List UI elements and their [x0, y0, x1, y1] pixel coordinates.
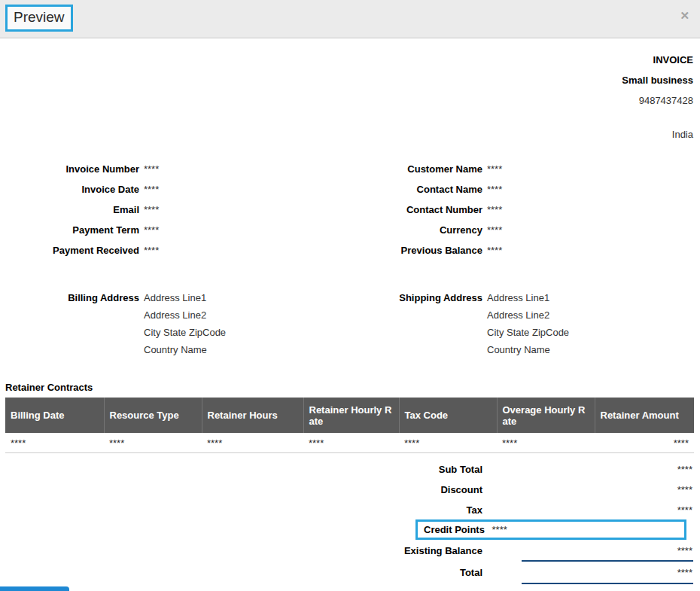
field-label: Payment Term [0, 224, 139, 236]
total-top-rule [522, 560, 693, 562]
invoice-fields: Invoice Number **** Invoice Date **** Em… [0, 159, 700, 260]
shipping-address-block: Shipping Address Address Line1 Address L… [350, 289, 700, 358]
field-value: **** [144, 224, 159, 236]
address-line: Address Line1 [487, 289, 569, 306]
preview-modal-title[interactable]: Preview [5, 5, 73, 32]
table-row: **** **** **** **** **** **** **** [5, 433, 694, 453]
column-header: Resource Type [104, 398, 202, 433]
field-label: Currency [350, 224, 482, 236]
cell-retainer-hours: **** [202, 433, 303, 453]
field-invoice-number: Invoice Number **** [0, 159, 350, 179]
print-button-partial[interactable] [0, 586, 69, 591]
address-line: Address Line2 [144, 306, 226, 324]
address-line: Country Name [487, 341, 569, 358]
summary-label: Tax [467, 500, 482, 520]
field-value: **** [487, 245, 502, 256]
field-currency: Currency **** [350, 220, 700, 240]
field-email: Email **** [0, 200, 350, 220]
summary-label: Sub Total [439, 459, 482, 480]
summary-label: Discount [440, 480, 482, 500]
field-value: **** [487, 184, 502, 195]
invoice-doc-type: INVOICE [622, 50, 693, 70]
field-value: **** [144, 245, 159, 256]
close-icon[interactable]: ✕ [680, 10, 689, 21]
fields-left-column: Invoice Number **** Invoice Date **** Em… [0, 159, 350, 260]
cell-retainer-amount: **** [595, 433, 694, 453]
field-payment-term: Payment Term **** [0, 220, 350, 240]
summary-row-tax: Tax **** [0, 500, 700, 520]
summary-label: Existing Balance [404, 541, 482, 561]
field-label: Contact Name [350, 184, 482, 195]
field-value: **** [487, 163, 502, 175]
column-header: Billing Date [5, 398, 104, 433]
field-label: Previous Balance [350, 245, 482, 256]
billing-address-label: Billing Address [0, 289, 139, 358]
addresses-section: Billing Address Address Line1 Address Li… [0, 289, 700, 358]
field-label: Invoice Date [0, 184, 139, 195]
field-label: Contact Number [350, 204, 482, 215]
summary-row-total: Total **** [0, 562, 700, 583]
column-header: Retainer Amount [595, 398, 694, 433]
credit-points-field[interactable]: Credit Points **** [415, 519, 686, 540]
summary-label: Total [460, 562, 482, 583]
address-line: Address Line2 [487, 306, 569, 324]
business-phone: 9487437428 [622, 90, 693, 111]
billing-address-block: Billing Address Address Line1 Address Li… [0, 289, 350, 358]
column-header: Retainer Hourly Rate [303, 398, 399, 433]
retainer-contracts-title: Retainer Contracts [5, 382, 93, 393]
summary-row-sub-total: Sub Total **** [0, 459, 700, 480]
modal-header: Preview ✕ [0, 0, 700, 38]
field-customer-name: Customer Name **** [350, 159, 700, 179]
shipping-address-label: Shipping Address [350, 289, 482, 358]
summary-value: **** [677, 541, 692, 561]
field-contact-number: Contact Number **** [350, 200, 700, 220]
credit-points-value: **** [492, 524, 507, 535]
address-line: Address Line1 [144, 289, 226, 306]
address-line: City State ZipCode [144, 324, 226, 341]
field-value: **** [487, 204, 502, 215]
shipping-address-lines: Address Line1 Address Line2 City State Z… [487, 289, 569, 358]
cell-resource-type: **** [104, 433, 202, 453]
field-label: Payment Received [0, 245, 139, 256]
retainer-contracts-table: Billing Date Resource Type Retainer Hour… [5, 398, 694, 453]
business-name: Small business [622, 70, 693, 90]
credit-points-label: Credit Points [424, 524, 485, 535]
summary-value: **** [677, 500, 692, 520]
cell-tax-code: **** [399, 433, 497, 453]
summary-row-existing-balance: Existing Balance **** [0, 541, 700, 561]
cell-retainer-hourly-rate: **** [303, 433, 399, 453]
column-header: Tax Code [399, 398, 497, 433]
total-bottom-rule [522, 583, 693, 584]
field-label: Email [0, 204, 139, 215]
field-value: **** [144, 184, 159, 195]
field-invoice-date: Invoice Date **** [0, 179, 350, 200]
field-label: Invoice Number [0, 163, 139, 175]
field-payment-received: Payment Received **** [0, 240, 350, 260]
field-value: **** [144, 204, 159, 215]
cell-billing-date: **** [5, 433, 104, 453]
column-header: Retainer Hours [202, 398, 303, 433]
summary-value: **** [677, 480, 692, 500]
summary-value: **** [677, 459, 692, 480]
billing-address-lines: Address Line1 Address Line2 City State Z… [144, 289, 226, 358]
column-header: Overage Hourly Rate [497, 398, 595, 433]
invoice-header-block: INVOICE Small business 9487437428 India [622, 50, 693, 145]
address-line: Country Name [144, 341, 226, 358]
field-value: **** [487, 224, 502, 236]
business-country: India [622, 124, 693, 145]
summary-value: **** [677, 562, 692, 583]
cell-overage-hourly-rate: **** [497, 433, 595, 453]
field-contact-name: Contact Name **** [350, 179, 700, 200]
spacer [622, 111, 693, 124]
field-value: **** [144, 163, 159, 175]
field-previous-balance: Previous Balance **** [350, 240, 700, 260]
fields-right-column: Customer Name **** Contact Name **** Con… [350, 159, 700, 260]
table-header-row: Billing Date Resource Type Retainer Hour… [5, 398, 694, 433]
summary-row-discount: Discount **** [0, 480, 700, 500]
field-label: Customer Name [350, 163, 482, 175]
address-line: City State ZipCode [487, 324, 569, 341]
